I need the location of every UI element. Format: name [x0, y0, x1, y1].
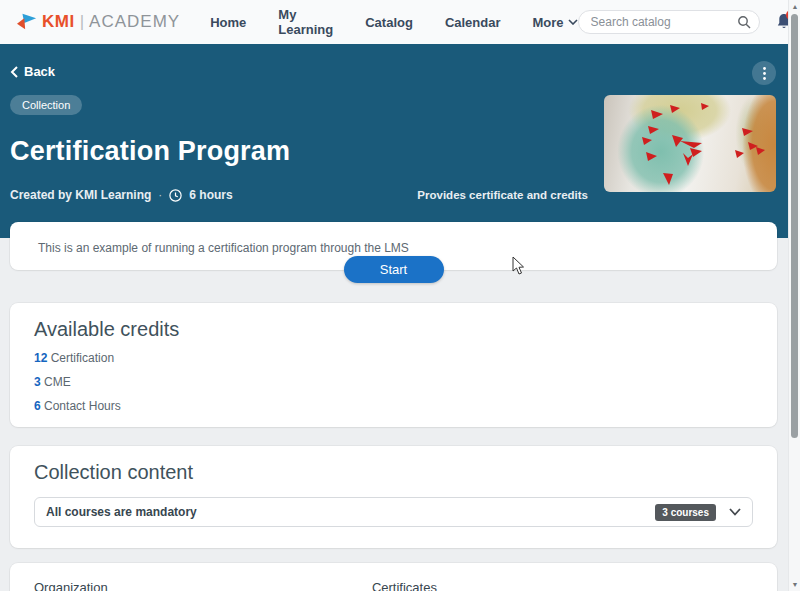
scrollbar-thumb[interactable] [791, 14, 798, 438]
main-menu: Home My Learning Catalog Calendar More [210, 7, 577, 37]
credit-item: 3 CME [34, 375, 753, 389]
logo-divider: | [80, 12, 84, 32]
map-pins-decoration [604, 95, 776, 192]
certificates-block: Certificates KMI Certificate of Completi… [372, 580, 753, 591]
search-box [578, 10, 760, 34]
course-count-badge: 3 courses [655, 504, 716, 521]
hero-banner: Back Collection Certification Program Cr… [0, 44, 788, 238]
back-button[interactable]: Back [10, 44, 70, 79]
hero-meta-row: Created by KMI Learning · 6 hours Provid… [10, 188, 588, 202]
organization-block: Organization KMI Learning [34, 580, 372, 591]
nav-item-more-label: More [533, 15, 564, 30]
credits-heading: Available credits [34, 318, 753, 341]
credit-value: 6 [34, 399, 41, 413]
collection-content-heading: Collection content [34, 461, 753, 484]
credit-item: 6 Contact Hours [34, 399, 753, 413]
more-options-button[interactable] [752, 61, 776, 85]
page: KMI | ACADEMY Home My Learning Catalog C… [0, 0, 800, 591]
logo-icon [16, 12, 38, 32]
back-label: Back [24, 64, 55, 79]
nav-item-my-learning[interactable]: My Learning [278, 7, 333, 37]
credit-value: 3 [34, 375, 41, 389]
created-by-text: Created by KMI Learning [10, 188, 151, 202]
top-navigation: KMI | ACADEMY Home My Learning Catalog C… [0, 0, 788, 44]
duration-text: 6 hours [189, 188, 232, 202]
certificates-heading: Certificates [372, 580, 753, 591]
search-icon[interactable] [737, 15, 751, 29]
organization-heading: Organization [34, 580, 372, 591]
logo-text-academy: ACADEMY [89, 12, 180, 32]
vertical-scrollbar[interactable]: ▲ ▼ [788, 0, 800, 591]
collection-type-badge: Collection [10, 95, 82, 115]
credit-label: Certification [51, 351, 114, 365]
accordion-label: All courses are mandatory [46, 505, 655, 519]
start-button[interactable]: Start [344, 256, 444, 283]
page-title: Certification Program [10, 136, 588, 167]
nav-item-home[interactable]: Home [210, 15, 246, 30]
chevron-down-icon[interactable] [729, 508, 741, 516]
logo[interactable]: KMI | ACADEMY [16, 12, 180, 32]
chevron-down-icon [568, 19, 578, 25]
nav-item-calendar[interactable]: Calendar [445, 15, 501, 30]
mandatory-courses-accordion[interactable]: All courses are mandatory 3 courses [34, 497, 753, 527]
credit-value: 12 [34, 351, 47, 365]
back-chevron-icon [10, 66, 19, 78]
kebab-menu-icon [763, 67, 766, 80]
scroll-up-icon[interactable]: ▲ [789, 3, 800, 10]
overview-card: This is an example of running a certific… [10, 222, 777, 270]
credit-label: Contact Hours [44, 399, 121, 413]
nav-item-catalog[interactable]: Catalog [365, 15, 413, 30]
meta-separator: · [158, 188, 162, 202]
collection-content-card: Collection content All courses are manda… [10, 446, 777, 548]
course-thumbnail-map-image [604, 95, 776, 192]
credit-label: CME [44, 375, 71, 389]
provides-text: Provides certificate and credits [417, 189, 588, 201]
available-credits-card: Available credits 12 Certification 3 CME… [10, 303, 777, 427]
search-input[interactable] [578, 10, 760, 34]
course-description: This is an example of running a certific… [38, 241, 749, 255]
clock-icon [169, 189, 182, 202]
logo-text-kmi: KMI [42, 12, 75, 32]
credit-item: 12 Certification [34, 351, 753, 365]
nav-item-more[interactable]: More [533, 15, 578, 30]
details-card: Organization KMI Learning Certificates K… [10, 563, 777, 591]
scroll-down-icon[interactable]: ▼ [789, 581, 800, 588]
